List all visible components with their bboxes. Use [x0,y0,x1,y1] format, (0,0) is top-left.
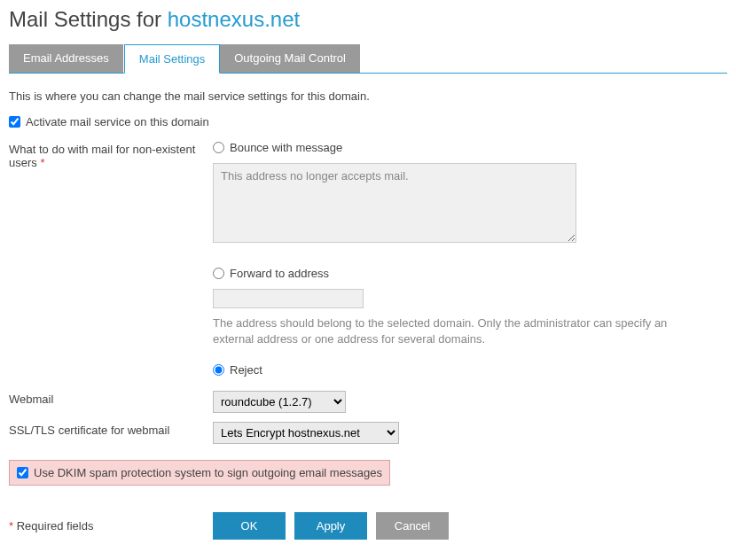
ssl-label: SSL/TLS certificate for webmail [9,422,213,437]
tabs: Email Addresses Mail Settings Outgoing M… [9,44,727,74]
dkim-box: Use DKIM spam protection system to sign … [9,460,390,486]
bounce-label: Bounce with message [230,141,342,154]
footer: * Required fields OK Apply Cancel [9,512,727,540]
ok-button[interactable]: OK [213,512,286,540]
activate-checkbox[interactable] [9,116,20,128]
reject-radio[interactable] [213,364,224,376]
apply-button[interactable]: Apply [294,512,367,540]
cancel-button[interactable]: Cancel [376,512,449,540]
activate-row: Activate mail service on this domain [9,115,727,128]
title-domain: hostnexus.net [168,7,300,31]
webmail-row: Webmail roundcube (1.2.7) [9,391,727,413]
forward-radio[interactable] [213,268,224,279]
forward-input[interactable] [213,289,364,308]
required-asterisk: * [40,156,44,169]
nonexistent-label-text: What to do with mail for non-existent us… [9,143,195,169]
forward-label: Forward to address [230,267,329,280]
webmail-select[interactable]: roundcube (1.2.7) [213,391,346,413]
dkim-label: Use DKIM spam protection system to sign … [34,466,382,479]
forward-hint: The address should belong to the selecte… [213,315,683,347]
bounce-textarea[interactable] [213,163,576,243]
nonexistent-label: What to do with mail for non-existent us… [9,141,213,169]
tab-outgoing-mail-control[interactable]: Outgoing Mail Control [220,44,361,73]
nonexistent-row: What to do with mail for non-existent us… [9,141,727,382]
activate-label: Activate mail service on this domain [26,115,209,128]
required-note: * Required fields [9,519,213,533]
page-title: Mail Settings for hostnexus.net [9,7,727,32]
reject-label: Reject [230,363,262,377]
nonexistent-field: Bounce with message Forward to address T… [213,141,727,382]
tab-mail-settings[interactable]: Mail Settings [124,44,220,74]
bounce-radio[interactable] [213,142,224,153]
webmail-label: Webmail [9,391,213,406]
button-bar: OK Apply Cancel [213,512,449,540]
ssl-select[interactable]: Lets Encrypt hostnexus.net [213,422,399,444]
title-prefix: Mail Settings for [9,7,168,31]
dkim-checkbox[interactable] [17,467,28,478]
required-note-text: Required fields [13,519,93,533]
tab-email-addresses[interactable]: Email Addresses [9,44,124,73]
description: This is where you can change the mail se… [9,89,727,103]
ssl-row: SSL/TLS certificate for webmail Lets Enc… [9,422,727,444]
